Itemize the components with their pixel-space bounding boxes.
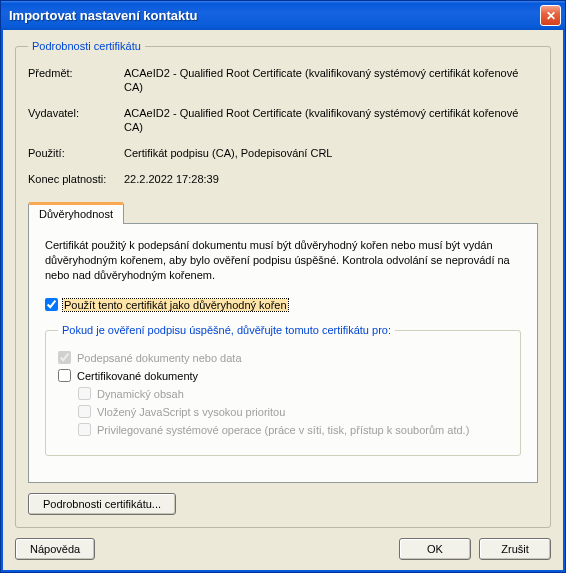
subject-value: ACAeID2 - Qualified Root Certificate (kv… bbox=[124, 66, 538, 94]
tab-strip: Důvěryhodnost bbox=[28, 202, 538, 223]
privileged-ops-row: Privilegované systémové operace (práce v… bbox=[78, 423, 508, 436]
signed-docs-row: Podepsané dokumenty nebo data bbox=[58, 351, 508, 364]
privileged-ops-checkbox bbox=[78, 423, 91, 436]
embedded-js-label: Vložený JavaScript s vysokou prioritou bbox=[97, 406, 285, 418]
certified-docs-checkbox[interactable] bbox=[58, 369, 71, 382]
certificate-details-group: Podrobnosti certifikátu Předmět: ACAeID2… bbox=[15, 40, 551, 528]
signed-docs-checkbox bbox=[58, 351, 71, 364]
trust-for-group: Pokud je ověření podpisu úspěšné, důvěřu… bbox=[45, 324, 521, 456]
embedded-js-checkbox bbox=[78, 405, 91, 418]
trust-panel: Certifikát použitý k podepsání dokumentu… bbox=[28, 223, 538, 483]
certified-docs-label: Certifikované dokumenty bbox=[77, 370, 198, 382]
dialog-window: Importovat nastavení kontaktu ✕ Podrobno… bbox=[0, 0, 566, 573]
window-title: Importovat nastavení kontaktu bbox=[9, 8, 540, 23]
client-area: Podrobnosti certifikátu Předmět: ACAeID2… bbox=[1, 30, 565, 572]
usage-label: Použití: bbox=[28, 146, 124, 160]
ok-button[interactable]: OK bbox=[399, 538, 471, 560]
issuer-value: ACAeID2 - Qualified Root Certificate (kv… bbox=[124, 106, 538, 134]
tab-area: Důvěryhodnost Certifikát použitý k podep… bbox=[28, 202, 538, 483]
dynamic-content-label: Dynamický obsah bbox=[97, 388, 184, 400]
tab-trust[interactable]: Důvěryhodnost bbox=[28, 202, 124, 224]
subject-label: Předmět: bbox=[28, 66, 124, 94]
right-buttons: OK Zrušit bbox=[399, 538, 551, 560]
issuer-row: Vydavatel: ACAeID2 - Qualified Root Cert… bbox=[28, 106, 538, 134]
trusted-root-label: Použít tento certifikát jako důvěryhodný… bbox=[63, 299, 288, 311]
usage-value: Certifikát podpisu (CA), Podepisování CR… bbox=[124, 146, 538, 160]
cancel-button[interactable]: Zrušit bbox=[479, 538, 551, 560]
close-button[interactable]: ✕ bbox=[540, 5, 561, 26]
certificate-details-button[interactable]: Podrobnosti certifikátu... bbox=[28, 493, 176, 515]
trust-for-legend: Pokud je ověření podpisu úspěšné, důvěřu… bbox=[58, 324, 395, 336]
expiry-label: Konec platnosti: bbox=[28, 172, 124, 186]
signed-docs-label: Podepsané dokumenty nebo data bbox=[77, 352, 242, 364]
bottom-button-bar: Nápověda OK Zrušit bbox=[15, 538, 551, 560]
certificate-details-legend: Podrobnosti certifikátu bbox=[28, 40, 145, 52]
privileged-ops-label: Privilegované systémové operace (práce v… bbox=[97, 424, 469, 436]
expiry-row: Konec platnosti: 22.2.2022 17:28:39 bbox=[28, 172, 538, 186]
trusted-root-checkbox[interactable] bbox=[45, 298, 58, 311]
certified-docs-row: Certifikované dokumenty bbox=[58, 369, 508, 382]
subject-row: Předmět: ACAeID2 - Qualified Root Certif… bbox=[28, 66, 538, 94]
dynamic-content-checkbox bbox=[78, 387, 91, 400]
dynamic-content-row: Dynamický obsah bbox=[78, 387, 508, 400]
cert-details-button-row: Podrobnosti certifikátu... bbox=[28, 493, 538, 515]
close-icon: ✕ bbox=[546, 9, 556, 23]
expiry-value: 22.2.2022 17:28:39 bbox=[124, 172, 538, 186]
issuer-label: Vydavatel: bbox=[28, 106, 124, 134]
panel-spacer bbox=[45, 456, 521, 468]
trusted-root-row: Použít tento certifikát jako důvěryhodný… bbox=[45, 298, 521, 311]
embedded-js-row: Vložený JavaScript s vysokou prioritou bbox=[78, 405, 508, 418]
usage-row: Použití: Certifikát podpisu (CA), Podepi… bbox=[28, 146, 538, 160]
titlebar: Importovat nastavení kontaktu ✕ bbox=[1, 1, 565, 30]
trust-description: Certifikát použitý k podepsání dokumentu… bbox=[45, 238, 521, 283]
help-button[interactable]: Nápověda bbox=[15, 538, 95, 560]
